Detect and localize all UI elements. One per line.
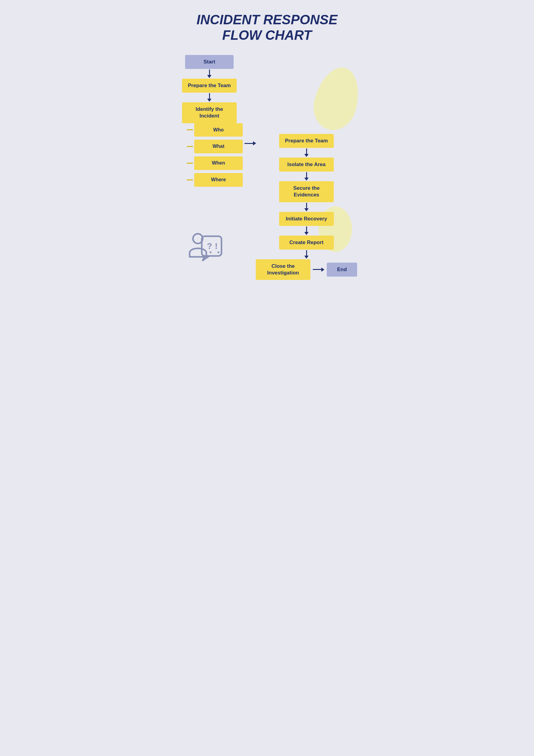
when-box: When xyxy=(194,156,243,170)
arrow-line xyxy=(306,227,307,232)
start-box: Start xyxy=(185,55,234,69)
arrow-isolate-to-secure xyxy=(304,172,309,181)
create-report-box: Create Report xyxy=(279,236,334,250)
who-box: Who xyxy=(194,123,243,137)
page: INCIDENT RESPONSE FLOW CHART Start Prepa… xyxy=(167,0,367,298)
arrow-prepare-to-identify xyxy=(207,93,212,102)
close-investigation-box: Close the Investigation xyxy=(256,259,310,280)
branch-container: Who What When Where xyxy=(176,123,243,187)
arrow-head xyxy=(304,177,309,181)
person-icon-area: ? ! xyxy=(185,230,224,271)
title-line2: FLOW CHART xyxy=(222,28,312,42)
arrow-identify-to-right xyxy=(244,141,256,146)
what-h-line xyxy=(187,146,193,147)
arrow-head xyxy=(304,154,309,157)
arrow-report-to-close xyxy=(304,250,309,259)
initiate-recovery-box: Initiate Recovery xyxy=(279,212,334,226)
horizontal-arrow-connector xyxy=(243,55,258,146)
person-question-icon: ? ! xyxy=(185,230,224,270)
arrow-secure-to-recovery xyxy=(304,203,309,211)
arrow-head xyxy=(253,141,256,146)
arrow-line xyxy=(306,148,307,154)
arrow-head xyxy=(304,232,309,235)
svg-point-5 xyxy=(217,251,219,253)
arrow-head xyxy=(304,208,309,211)
end-box: End xyxy=(327,263,357,277)
prepare-team-box-right: Prepare the Team xyxy=(279,134,334,148)
arrow-head xyxy=(321,267,324,272)
svg-point-4 xyxy=(210,251,212,253)
page-title: INCIDENT RESPONSE FLOW CHART xyxy=(176,12,358,43)
arrow-line xyxy=(306,250,307,256)
arrow-line xyxy=(244,143,253,144)
arrow-line xyxy=(209,69,210,75)
arrow-prepare-to-isolate xyxy=(304,148,309,157)
where-box: Where xyxy=(194,173,243,187)
branch-items: Who What When Where xyxy=(187,123,243,187)
arrow-head xyxy=(207,99,212,102)
who-branch-row: Who xyxy=(187,123,243,137)
identify-incident-box: Identify the Incident xyxy=(182,102,237,123)
arrow-line xyxy=(306,172,307,177)
end-row: Close the Investigation End xyxy=(256,259,357,280)
what-box: What xyxy=(194,140,243,153)
left-column: Start Prepare the Team Identify the Inci… xyxy=(176,55,243,187)
title-line1: INCIDENT RESPONSE xyxy=(197,12,338,27)
where-branch-row: Where xyxy=(187,173,243,187)
arrow-head xyxy=(304,256,309,259)
arrow-line xyxy=(306,203,307,208)
arrow-line xyxy=(313,269,321,270)
who-h-line xyxy=(187,129,193,130)
arrow-close-to-end xyxy=(313,267,324,272)
arrow-recovery-to-report xyxy=(304,227,309,235)
svg-text:!: ! xyxy=(215,241,217,251)
content-area: INCIDENT RESPONSE FLOW CHART Start Prepa… xyxy=(176,12,358,280)
prepare-team-box-left: Prepare the Team xyxy=(182,79,237,93)
arrow-start-to-prepare xyxy=(207,69,212,78)
when-branch-row: When xyxy=(187,156,243,170)
right-column: Prepare the Team Isolate the Area Secure… xyxy=(276,55,337,280)
where-h-line xyxy=(187,179,193,180)
arrow-line xyxy=(209,93,210,99)
secure-evidences-box: Secure the Evidences xyxy=(279,181,334,202)
arrow-head xyxy=(207,75,212,78)
isolate-area-box: Isolate the Area xyxy=(279,158,334,172)
when-h-line xyxy=(187,163,193,164)
svg-text:?: ? xyxy=(207,241,212,251)
what-branch-row: What xyxy=(187,140,243,153)
